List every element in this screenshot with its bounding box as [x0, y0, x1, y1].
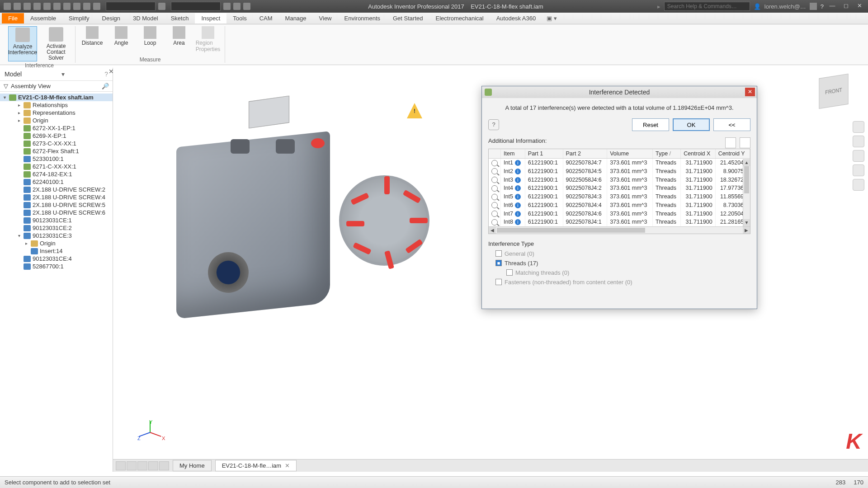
scroll-thumb-h[interactable]	[497, 228, 645, 233]
col-centroid-y[interactable]: Centroid Y	[715, 149, 750, 159]
update-icon[interactable]	[73, 3, 80, 10]
scroll-right-icon[interactable]: ▶	[743, 227, 750, 234]
home-icon[interactable]	[63, 3, 71, 10]
col-part-2[interactable]: Part 2	[563, 149, 607, 159]
print-icon[interactable]	[740, 137, 750, 148]
threads-checkbox[interactable]: ■Threads (17)	[488, 258, 750, 268]
table-row[interactable]: Int1i61221900:190225078J4:7373.601 mm^3T…	[489, 159, 750, 167]
plus-icon[interactable]	[243, 3, 250, 10]
tree-node[interactable]: ▸Origin	[0, 117, 113, 124]
tree-node[interactable]: 2X.188 U-DRIVE SCREW:4	[0, 193, 113, 201]
info-icon[interactable]: i	[515, 185, 521, 191]
doctab-btn2[interactable]	[127, 461, 137, 470]
interference-table[interactable]: ItemPart 1Part 2VolumeType /Centroid XCe…	[488, 149, 750, 234]
tree-node[interactable]: 6274-182-EX:1	[0, 170, 113, 178]
tree-node[interactable]: 6271-C-XX-XX:1	[0, 163, 113, 170]
doctab-btn3[interactable]	[137, 461, 147, 470]
tree-node[interactable]: 90123031CE:4	[0, 255, 113, 263]
area-button[interactable]: Area	[167, 26, 191, 56]
browser-tree[interactable]: ▾EV21-C-18-M-flex shaft.iam▸Relationship…	[0, 92, 113, 272]
ok-button[interactable]: OK	[673, 118, 710, 131]
col-item[interactable]: Item	[501, 149, 525, 159]
col-centroid-x[interactable]: Centroid X	[681, 149, 715, 159]
scroll-left-icon[interactable]: ◀	[489, 227, 496, 234]
tab-manage[interactable]: Manage	[279, 13, 313, 23]
tab-assemble[interactable]: Assemble	[24, 13, 62, 23]
tree-node[interactable]: 90123031CE:2	[0, 224, 113, 232]
tree-node[interactable]: 2X.188 U-DRIVE SCREW:2	[0, 186, 113, 193]
tree-node[interactable]: 90123031CE:1	[0, 216, 113, 224]
file-tab[interactable]: File	[2, 13, 24, 23]
tree-node[interactable]: 6273-C-XX-XX:1	[0, 140, 113, 147]
restore-button[interactable]: ◻	[841, 2, 851, 10]
tree-node[interactable]: 6272-XX-1-EP:1	[0, 124, 113, 132]
tab-close-icon[interactable]: ✕	[285, 462, 290, 469]
zoom-icon[interactable]	[491, 160, 498, 166]
save-icon[interactable]	[33, 3, 41, 10]
info-icon[interactable]: i	[515, 160, 521, 166]
orbit-icon[interactable]	[853, 164, 864, 176]
measure-icon[interactable]	[233, 3, 241, 10]
activate-contact-solver-button[interactable]: Activate Contact Solver	[42, 26, 71, 61]
browser-help-icon[interactable]: ?	[104, 70, 108, 78]
tab-inspect[interactable]: Inspect	[195, 13, 226, 23]
redo-icon[interactable]	[53, 3, 61, 10]
doctab-btn5[interactable]	[159, 461, 169, 470]
tree-node[interactable]: 6269-X-EP:1	[0, 132, 113, 140]
zoom-icon[interactable]	[491, 168, 498, 174]
pan-icon[interactable]	[853, 136, 864, 147]
zoom-icon[interactable]	[491, 211, 498, 217]
lookat-icon[interactable]	[853, 179, 864, 191]
minimize-button[interactable]: —	[827, 2, 837, 10]
filter-icon[interactable]: ▽	[4, 83, 8, 89]
table-row[interactable]: Int2i61221900:190225078J4:5373.601 mm^3T…	[489, 167, 750, 176]
tab-3d-model[interactable]: 3D Model	[127, 13, 165, 23]
zoom-icon[interactable]	[491, 219, 498, 225]
table-row[interactable]: Int3i61221900:190225058J4:6373.601 mm^3T…	[489, 175, 750, 184]
region-properties-button[interactable]: Region Properties	[196, 26, 220, 56]
doctab-btn1[interactable]	[116, 461, 126, 470]
tab-my-home[interactable]: My Home	[173, 460, 212, 471]
user-label[interactable]: loren.welch@…	[764, 3, 806, 10]
general-checkbox[interactable]: General (0)	[488, 249, 750, 258]
horizontal-scrollbar[interactable]: ◀ ▶	[489, 226, 750, 234]
vertical-scrollbar[interactable]: ▲ ▼	[743, 159, 750, 226]
help-icon[interactable]: ?	[821, 3, 824, 10]
dialog-titlebar[interactable]: Interference Detected ✕	[482, 86, 757, 98]
angle-button[interactable]: Angle	[109, 26, 133, 56]
tab-view[interactable]: View	[313, 13, 338, 23]
info-icon[interactable]: i	[515, 219, 521, 225]
appearance-icon[interactable]	[158, 3, 165, 10]
signin-icon[interactable]: 👤	[754, 3, 761, 10]
tab-active-doc[interactable]: EV21-C-18-M-fle…iam✕	[215, 460, 297, 471]
tab-cam[interactable]: CAM	[253, 13, 279, 23]
info-icon[interactable]: i	[515, 211, 521, 217]
app-icon[interactable]	[4, 3, 11, 10]
info-icon[interactable]: i	[515, 177, 521, 183]
reset-button[interactable]: Reset	[632, 118, 669, 131]
tree-node[interactable]: ▸Origin	[0, 239, 113, 247]
tree-node[interactable]: 52330100:1	[0, 155, 113, 163]
steering-wheel-icon[interactable]	[853, 121, 864, 133]
pin-icon[interactable]	[485, 89, 492, 96]
tab-electromechanical[interactable]: Electromechanical	[429, 13, 490, 23]
tree-root[interactable]: ▾EV21-C-18-M-flex shaft.iam	[0, 94, 113, 101]
info-icon[interactable]: i	[515, 169, 521, 174]
zoom-icon[interactable]	[853, 150, 864, 162]
tab-get-started[interactable]: Get Started	[387, 13, 429, 23]
tree-node[interactable]: 52867700:1	[0, 263, 113, 270]
undo-icon[interactable]	[43, 3, 51, 10]
tab-tools[interactable]: Tools	[226, 13, 253, 23]
find-icon[interactable]: 🔎	[102, 83, 109, 89]
tree-node[interactable]: 2X.188 U-DRIVE SCREW:5	[0, 201, 113, 209]
zoom-icon[interactable]	[491, 194, 498, 200]
col-volume[interactable]: Volume	[607, 149, 653, 159]
analyze-interference-button[interactable]: Analyze Interference	[8, 26, 37, 61]
scroll-down-icon[interactable]: ▼	[743, 219, 750, 226]
tab-autodesk-a360[interactable]: Autodesk A360	[490, 13, 542, 23]
zoom-icon[interactable]	[491, 202, 498, 208]
tree-node[interactable]: Insert:14	[0, 247, 113, 255]
tree-node[interactable]: ▸Relationships	[0, 101, 113, 109]
tree-node[interactable]: ▾90123031CE:3	[0, 232, 113, 239]
table-row[interactable]: Int5i61221900:190225078J4:3373.601 mm^3T…	[489, 192, 750, 201]
